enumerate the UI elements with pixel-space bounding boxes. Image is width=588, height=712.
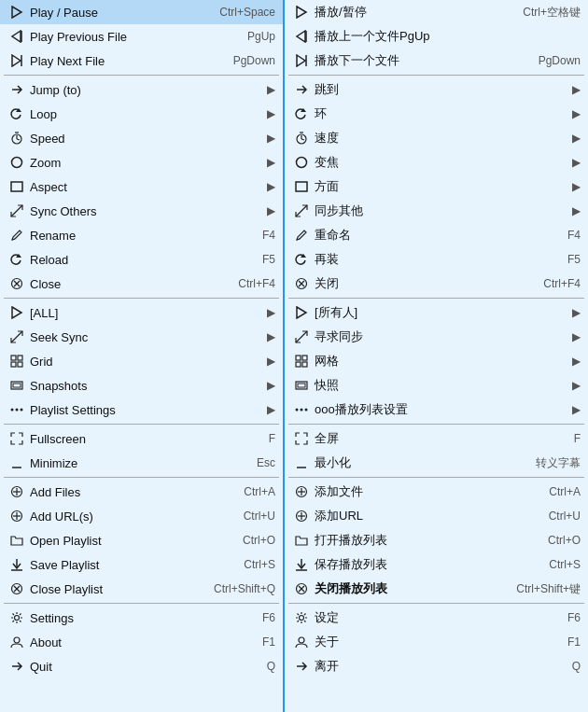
menu-item-r-zoom[interactable]: 变焦▶ [285, 150, 588, 175]
menu-label-reload: Reload [30, 253, 253, 267]
menu-item-about[interactable]: AboutF1 [0, 630, 283, 654]
menu-item-play-prev[interactable]: Play Previous FilePgUp [0, 24, 283, 49]
menu-item-r-close-playlist[interactable]: 关闭播放列表Ctrl+Shift+键 [285, 577, 588, 601]
menu-item-r-save-playlist[interactable]: 保存播放列表Ctrl+S [285, 552, 588, 577]
menu-item-fullscreen[interactable]: FullscreenF [0, 426, 283, 451]
menu-label-about: About [30, 635, 253, 649]
svg-point-71 [305, 409, 308, 412]
menu-item-snapshots[interactable]: Snapshots▶ [0, 373, 283, 398]
svg-rect-65 [296, 362, 301, 367]
menu-shortcut-r-play-next: PgDown [539, 54, 581, 67]
menu-item-r-aspect[interactable]: 方面▶ [285, 175, 588, 199]
menu-item-settings[interactable]: SettingsF6 [0, 606, 283, 630]
menu-item-add-urls[interactable]: Add URL(s)Ctrl+U [0, 504, 283, 528]
menu-item-speed[interactable]: Speed▶ [0, 126, 283, 150]
svg-marker-43 [297, 7, 306, 18]
menu-item-minimize[interactable]: MinimizeEsc [0, 451, 283, 475]
menu-item-r-jump[interactable]: 跳到▶ [285, 77, 588, 102]
menu-shortcut-r-about: F1 [567, 635, 581, 649]
menu-item-r-close[interactable]: 关闭Ctrl+F4 [285, 272, 588, 296]
menu-item-r-add-files[interactable]: 添加文件Ctrl+A [285, 480, 588, 504]
menu-item-r-quit[interactable]: 离开Q [285, 654, 588, 678]
menu-label-r-playlist-settings: ooo播放列表设置 [315, 401, 567, 418]
svg-marker-18 [12, 307, 21, 318]
menu-item-r-play-pause[interactable]: 播放/暂停Ctrl+空格键 [285, 0, 588, 24]
menu-item-quit[interactable]: QuitQ [0, 654, 283, 678]
menu-item-close[interactable]: CloseCtrl+F4 [0, 272, 283, 296]
menu-label-r-quit: 离开 [315, 658, 563, 675]
menu-item-aspect[interactable]: Aspect▶ [0, 175, 283, 199]
menu-item-r-all[interactable]: [所有人]▶ [285, 300, 588, 325]
menu-icon-about [7, 635, 26, 649]
menu-shortcut-r-close: Ctrl+F4 [543, 277, 581, 290]
menu-icon-r-close [292, 277, 311, 290]
menu-item-play-pause[interactable]: Play / PauseCtrl+Space [0, 0, 283, 24]
svg-point-10 [12, 158, 22, 168]
menu-divider [4, 424, 279, 425]
menu-label-play-next: Play Next File [30, 54, 224, 68]
menu-item-r-sync-others[interactable]: 同步其他▶ [285, 199, 588, 223]
menu-label-grid: Grid [30, 355, 261, 369]
menu-item-jump[interactable]: Jump (to)▶ [0, 77, 283, 102]
menu-divider [4, 477, 279, 478]
menu-label-r-speed: 速度 [315, 130, 567, 147]
menu-item-playlist-settings[interactable]: Playlist Settings▶ [0, 398, 283, 422]
menu-item-r-add-urls[interactable]: 添加URLCtrl+U [285, 504, 588, 528]
svg-line-8 [17, 139, 20, 140]
menu-label-r-all: [所有人] [315, 304, 567, 321]
menu-shortcut-close: Ctrl+F4 [238, 277, 275, 290]
svg-rect-66 [302, 362, 307, 367]
svg-point-84 [300, 616, 304, 621]
menu-item-save-playlist[interactable]: Save PlaylistCtrl+S [0, 552, 283, 577]
menu-arrow-r-sync-others: ▶ [572, 204, 581, 217]
menu-label-quit: Quit [30, 660, 258, 674]
menu-item-r-open-playlist[interactable]: 打开播放列表Ctrl+O [285, 528, 588, 552]
menu-item-r-fullscreen[interactable]: 全屏F [285, 426, 588, 451]
menu-item-open-playlist[interactable]: Open PlaylistCtrl+O [0, 528, 283, 552]
menu-item-r-minimize[interactable]: 最小化转义字幕 [285, 451, 588, 475]
svg-point-27 [16, 409, 19, 412]
menu-shortcut-r-open-playlist: Ctrl+O [548, 534, 581, 547]
menu-item-seek-sync[interactable]: Seek Sync▶ [0, 325, 283, 349]
menu-item-r-snapshots[interactable]: 快照▶ [285, 373, 588, 398]
menu-icon-snapshots [7, 379, 26, 392]
menu-label-jump: Jump (to) [30, 83, 261, 97]
menu-shortcut-close-playlist: Ctrl+Shift+Q [214, 582, 275, 595]
menu-item-all[interactable]: [ALL]▶ [0, 300, 283, 325]
menu-label-seek-sync: Seek Sync [30, 330, 261, 344]
menu-label-r-snapshots: 快照 [315, 377, 567, 394]
menu-item-r-rename[interactable]: 重命名F4 [285, 223, 588, 247]
menu-shortcut-r-reload: F5 [567, 253, 581, 266]
menu-icon-quit [7, 660, 26, 673]
menu-shortcut-r-play-pause: Ctrl+空格键 [523, 5, 581, 21]
menu-item-add-files[interactable]: Add FilesCtrl+A [0, 480, 283, 504]
menu-shortcut-r-add-urls: Ctrl+U [549, 510, 581, 523]
menu-item-r-reload[interactable]: 再装F5 [285, 247, 588, 272]
menu-item-rename[interactable]: RenameF4 [0, 223, 283, 247]
menu-item-r-grid[interactable]: 网格▶ [285, 349, 588, 373]
menu-item-sync-others[interactable]: Sync Others▶ [0, 199, 283, 223]
menu-item-play-next[interactable]: Play Next FilePgDown [0, 49, 283, 73]
menu-item-r-seek-sync[interactable]: 寻求同步▶ [285, 325, 588, 349]
menu-icon-r-sync-others [292, 204, 311, 217]
menu-item-r-speed[interactable]: 速度▶ [285, 126, 588, 150]
menu-item-close-playlist[interactable]: Close PlaylistCtrl+Shift+Q [0, 577, 283, 601]
menu-item-zoom[interactable]: Zoom▶ [0, 150, 283, 175]
menu-label-r-fullscreen: 全屏 [315, 430, 565, 447]
menu-item-r-playlist-settings[interactable]: ooo播放列表设置▶ [285, 398, 588, 422]
menu-item-r-settings[interactable]: 设定F6 [285, 606, 588, 630]
menu-label-r-minimize: 最小化 [315, 454, 526, 471]
menu-shortcut-quit: Q [267, 660, 275, 673]
menu-item-r-about[interactable]: 关于F1 [285, 630, 588, 654]
menu-item-grid[interactable]: Grid▶ [0, 349, 283, 373]
menu-item-r-play-next[interactable]: 播放下一个文件PgDown [285, 49, 588, 73]
menu-arrow-sync-others: ▶ [267, 204, 275, 217]
menu-item-reload[interactable]: ReloadF5 [0, 247, 283, 272]
svg-point-41 [15, 616, 20, 621]
menu-icon-add-files [7, 485, 26, 498]
menu-divider [288, 477, 584, 478]
menu-shortcut-play-prev: PgUp [247, 30, 275, 43]
menu-item-r-loop[interactable]: 环▶ [285, 102, 588, 126]
menu-item-loop[interactable]: Loop▶ [0, 102, 283, 126]
menu-item-r-play-prev[interactable]: 播放上一个文件PgUp [285, 24, 588, 49]
